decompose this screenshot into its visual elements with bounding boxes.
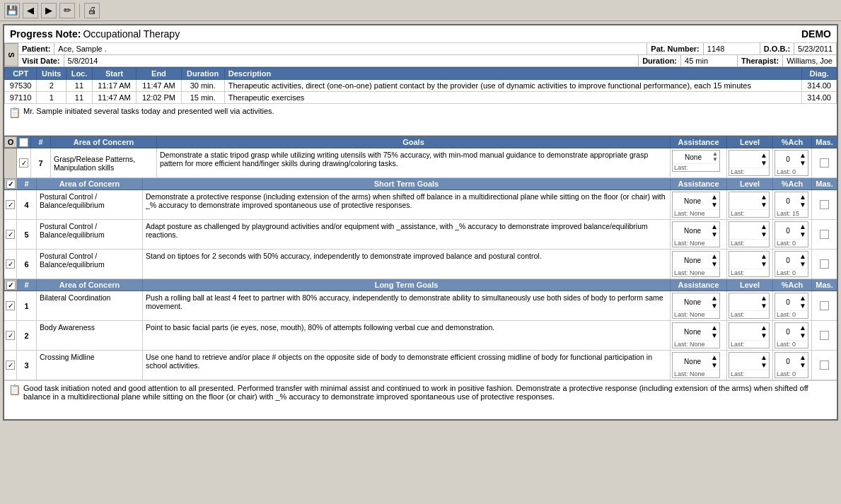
pat-number-value: 1148 (704, 43, 760, 54)
row2-area: Body Awareness (37, 321, 143, 350)
start-col-header: Start (92, 68, 137, 80)
row2-level: ▲▼ Last: (727, 321, 773, 350)
note2-box: 📋 Good task initiation noted and good at… (4, 380, 837, 419)
dob-label: D.O.B.: (760, 43, 794, 54)
row7-area: Grasp/Release Patterns, Manipulation ski… (51, 148, 157, 177)
st-num-col: # (17, 178, 37, 189)
note2-text: Good task initiation noted and good atte… (23, 384, 833, 401)
row7-checkbox[interactable]: ✓ (19, 158, 28, 168)
lt-num-col: # (17, 279, 37, 291)
row1-pct: 0▲▼ Last: 0 (773, 291, 812, 320)
row1-area: Bilateral Coordination (37, 291, 143, 320)
loc-col-header: Loc. (66, 68, 93, 80)
note1-text: Mr. Sample initiated several tasks today… (23, 107, 274, 115)
note1-icon: 📋 (8, 107, 21, 118)
row4-num: 4 (17, 190, 37, 219)
lt-mas-col: Mas. (812, 279, 837, 291)
table-row: 9711011111:47 AM12:02 PM15 min.Therapeut… (5, 92, 837, 104)
edit-button[interactable]: ✏ (59, 3, 75, 18)
st-goals-col: Short Term Goals (143, 178, 671, 189)
row3-num: 3 (17, 351, 37, 380)
title-bar: Progress Note: Occupational Therapy DEMO (4, 25, 837, 43)
row2-goals: Point to basic facial parts (ie eyes, no… (143, 321, 671, 350)
patient-label: Patient: (18, 43, 54, 54)
toolbar-separator (79, 4, 80, 18)
back-button[interactable]: ◀ (23, 3, 38, 18)
row2-assist: None▲▼ Last: None (671, 321, 727, 350)
lt-pct-col: %Ach (773, 279, 812, 291)
row5-level: ▲▼ Last: (727, 220, 773, 249)
patient-value: Ace, Sample . (54, 43, 647, 54)
row5-checkbox[interactable]: ✓ (6, 230, 15, 239)
row1-level: ▲▼ Last: (727, 291, 773, 320)
row3-pct: 0▲▼ Last: 0 (773, 351, 812, 380)
description-col-header: Description (224, 68, 802, 80)
row7-mas[interactable] (812, 148, 837, 177)
note1-box: 📋 Mr. Sample initiated several tasks tod… (4, 104, 837, 136)
o-marker: O (8, 138, 14, 146)
therapist-label: Therapist: (738, 55, 783, 66)
row4-level: ▲▼ Last: (727, 190, 773, 219)
visit-date-label: Visit Date: (18, 55, 64, 66)
row4-pct: 0▲▼ Last: 15 (773, 190, 812, 219)
row1-num: 1 (17, 291, 37, 320)
row1-checkbox[interactable]: ✓ (6, 301, 15, 310)
lt-level-col: Level (727, 279, 773, 291)
st-header-check[interactable]: ✓ (6, 180, 16, 189)
goals-section: O ✓ # Area of Concern Goals Assistance L… (4, 136, 837, 380)
row4-checkbox[interactable]: ✓ (6, 200, 15, 209)
table-row: 9753021111:17 AM11:47 AM30 min.Therapeut… (5, 80, 837, 92)
row5-num: 5 (17, 220, 37, 249)
units-col-header: Units (37, 68, 66, 80)
row6-mas[interactable] (812, 250, 837, 279)
row3-mas[interactable] (812, 351, 837, 380)
title-text: Occupational Therapy (83, 28, 180, 40)
col-goals-main-header: Goals (157, 136, 671, 148)
row4-area: Postural Control / Balance/equilibrium (37, 190, 143, 219)
row2-checkbox[interactable]: ✓ (6, 331, 15, 340)
row7-assist: None ▲ ▼ Last: (671, 148, 727, 177)
row6-goals: Stand on tiptoes for 2 seconds with 50% … (143, 250, 671, 279)
col-mas-header: Mas. (812, 136, 837, 148)
row6-checkbox[interactable]: ✓ (6, 259, 15, 269)
col-pct-header: %Ach (773, 136, 812, 148)
title-prefix: Progress Note: (10, 28, 81, 40)
row1-mas[interactable] (812, 291, 837, 320)
st-check-col: ✓ (4, 178, 17, 189)
lt-row-2: ✓ 2 Body Awareness Point to basic facial… (4, 321, 837, 351)
row3-checkbox[interactable]: ✓ (6, 361, 15, 370)
end-col-header: End (137, 68, 181, 80)
duration-col-header: Duration (181, 68, 224, 80)
row1-goals: Push a rolling ball at least 4 feet to p… (143, 291, 671, 320)
row3-goals: Use one hand to retrieve and/or place # … (143, 351, 671, 380)
row2-mas[interactable] (812, 321, 837, 350)
row3-area: Crossing Midline (37, 351, 143, 380)
row6-level: ▲▼ Last: (727, 250, 773, 279)
duration-value: 45 min (681, 55, 738, 66)
st-level-col: Level (727, 178, 773, 189)
duration-label: Duration: (639, 55, 681, 66)
s-marker: S (4, 43, 18, 66)
pat-number-label: Pat. Number: (647, 43, 703, 54)
st-pct-col: %Ach (773, 178, 812, 189)
forward-button[interactable]: ▶ (41, 3, 57, 18)
row5-mas[interactable] (812, 220, 837, 249)
save-button[interactable]: 💾 (4, 3, 20, 18)
row5-assist: None▲▼ Last: None (671, 220, 727, 249)
row4-mas[interactable] (812, 190, 837, 219)
row6-assist: None▲▼ Last: None (671, 250, 727, 279)
lt-header-check2[interactable]: ✓ (6, 281, 16, 290)
print-button[interactable]: 🖨 (84, 3, 100, 18)
toolbar: 💾 ◀ ▶ ✏ 🖨 (0, 0, 841, 21)
col-num-header: # (31, 136, 51, 148)
row4-assist: None▲▼ Last: None (671, 190, 727, 219)
lt-goal-checkbox[interactable]: ✓ (19, 138, 28, 147)
row5-area: Postural Control / Balance/equilibrium (37, 220, 143, 249)
row7-num: 7 (31, 148, 51, 177)
demo-label: DEMO (801, 28, 831, 40)
row3-level: ▲▼ Last: (727, 351, 773, 380)
row3-assist: None▲▼ Last: None (671, 351, 727, 380)
diag-col-header: Diag. (802, 68, 837, 80)
lt-area-col: Area of Concern (37, 279, 143, 291)
lt-assist-col: Assistance (671, 279, 727, 291)
